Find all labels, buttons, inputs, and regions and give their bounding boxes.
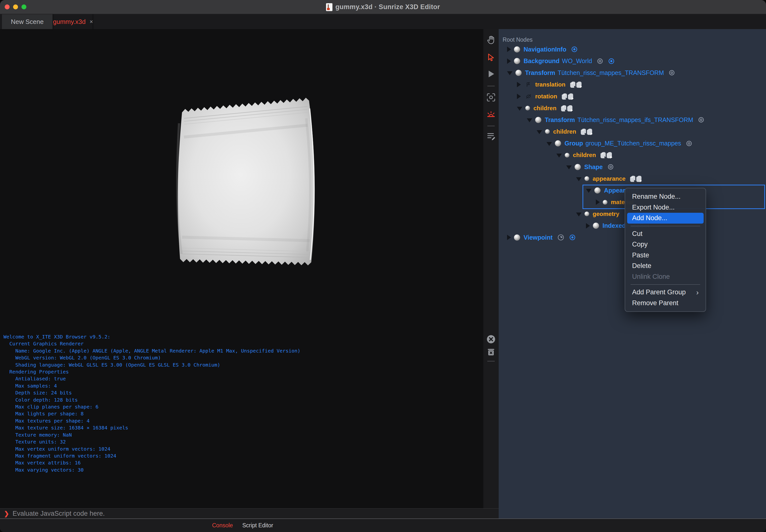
tree-row-viewpoint[interactable]: Viewpoint	[507, 233, 576, 242]
expand-arrow-icon[interactable]	[507, 47, 511, 52]
menu-separator	[631, 226, 700, 226]
light-tool[interactable]	[486, 109, 497, 120]
tree-row-transform[interactable]: TransformTütchen_rissc_mappes_ifs_TRANSF…	[527, 115, 705, 124]
visibility-eye-icon[interactable]	[607, 163, 614, 170]
wrench-icon[interactable]	[557, 234, 565, 241]
expand-arrow-icon[interactable]	[586, 223, 590, 229]
node-label-type: Background	[524, 57, 560, 64]
menu-item-unlink-clone: Unlink Clone	[627, 271, 704, 282]
collapse-arrow-icon[interactable]	[517, 107, 522, 111]
rendered-package-model	[170, 91, 323, 274]
tab-gummy-x3d[interactable]: gummy.x3d ×	[53, 14, 93, 29]
select-arrow-tool[interactable]	[486, 52, 497, 63]
route-connectors-icon[interactable]	[630, 175, 644, 182]
tab-new-scene[interactable]: New Scene	[2, 14, 53, 29]
menu-item-rename-node[interactable]: Rename Node...	[627, 191, 704, 202]
node-sphere-icon	[535, 117, 541, 123]
visibility-eye-icon[interactable]	[698, 116, 705, 123]
tree-row-appearance[interactable]: appearance	[576, 174, 644, 183]
node-sphere-icon	[575, 164, 581, 170]
collapse-arrow-icon[interactable]	[576, 213, 582, 216]
visibility-eye-icon[interactable]	[668, 69, 675, 76]
console-line: Welcome to X_ITE X3D Browser v9.5.2:	[3, 333, 300, 340]
tree-row-rotation[interactable]: rotation	[517, 92, 575, 101]
collapse-arrow-icon[interactable]	[537, 130, 542, 134]
console-input-row[interactable]: ❯ Evaluate JavaScript code here.	[0, 508, 499, 518]
tree-row-geometry[interactable]: geometry	[576, 210, 619, 218]
node-label-def: Tütchen_rissc_mappes_ifs_TRANSFORM	[577, 116, 693, 123]
clear-console-icon[interactable]	[486, 334, 497, 345]
console-line: Max lights per shape: 8	[3, 410, 300, 417]
collapse-arrow-icon[interactable]	[576, 177, 582, 181]
tree-row-shape[interactable]: Shape	[566, 162, 614, 171]
console-output: Welcome to X_ITE X3D Browser v9.5.2: Cur…	[3, 333, 300, 473]
node-label-field: children	[553, 128, 576, 135]
node-label-field: rotation	[535, 93, 557, 100]
document-icon	[326, 3, 332, 11]
tree-row-children[interactable]: children	[556, 151, 614, 160]
node-sphere-icon	[516, 70, 522, 76]
route-connectors-icon[interactable]	[570, 81, 584, 88]
tree-row-background[interactable]: BackgroundWO_World	[507, 57, 615, 66]
menu-item-remove-parent[interactable]: Remove Parent	[627, 298, 704, 309]
node-label: children	[573, 152, 596, 159]
node-label-type: NavigationInfo	[524, 46, 567, 53]
tree-row-transform[interactable]: TransformTütchen_rissc_mappes_TRANSFORM	[507, 68, 675, 77]
visibility-eye-icon[interactable]	[597, 58, 604, 65]
node-label-type: Shape	[584, 163, 603, 170]
collapse-arrow-icon[interactable]	[547, 142, 552, 146]
toolbar-separator	[487, 126, 495, 126]
menu-item-delete[interactable]: Delete	[627, 261, 704, 271]
menu-item-export-node[interactable]: Export Node...	[627, 202, 704, 213]
field-sphere-icon	[545, 129, 550, 134]
bottom-tab-script-editor[interactable]: Script Editor	[242, 522, 273, 529]
menu-item-cut[interactable]: Cut	[627, 229, 704, 239]
node-label: TransformTütchen_rissc_mappes_ifs_TRANSF…	[545, 116, 693, 124]
console-line: Max varying vectors: 30	[3, 466, 300, 473]
context-menu: Rename Node...Export Node...Add Node...C…	[625, 188, 706, 312]
console-line: Depth size: 24 bits	[3, 389, 300, 396]
menu-item-add-parent-group[interactable]: Add Parent Group›	[627, 287, 704, 298]
node-label: TransformTütchen_rissc_mappes_TRANSFORM	[525, 69, 664, 76]
collapse-arrow-icon[interactable]	[566, 165, 572, 169]
pan-hand-tool[interactable]	[486, 35, 497, 45]
bound-node-icon[interactable]	[569, 234, 576, 241]
route-connectors-icon[interactable]	[581, 128, 594, 135]
collapse-arrow-icon[interactable]	[507, 71, 513, 75]
menu-item-add-node[interactable]: Add Node...	[627, 213, 704, 224]
bound-node-icon[interactable]	[608, 58, 615, 65]
expand-arrow-icon[interactable]	[517, 94, 521, 99]
bound-node-icon[interactable]	[571, 46, 578, 53]
expand-arrow-icon[interactable]	[517, 82, 521, 87]
collapse-arrow-icon[interactable]	[556, 154, 562, 158]
trash-icon[interactable]	[486, 347, 497, 357]
tab-bar: New Scene gummy.x3d ×	[0, 14, 766, 29]
tree-row-children[interactable]: children	[517, 104, 575, 113]
viewpoint-capture-tool[interactable]	[486, 92, 497, 103]
tab-close-icon[interactable]: ×	[89, 18, 93, 25]
route-connectors-icon[interactable]	[600, 151, 614, 159]
expand-arrow-icon[interactable]	[507, 235, 511, 240]
app-window: gummy.x3d · Sunrize X3D Editor New Scene…	[0, 0, 766, 532]
expand-arrow-icon[interactable]	[507, 58, 511, 64]
tree-row-children[interactable]: children	[537, 127, 594, 136]
console-line: Texture memory: NaN	[3, 431, 300, 438]
collapse-arrow-icon[interactable]	[527, 118, 532, 122]
field-sphere-icon	[585, 212, 589, 216]
route-connectors-icon[interactable]	[562, 93, 575, 100]
bottom-tab-console[interactable]: Console	[212, 522, 233, 529]
node-label-type: Viewpoint	[524, 234, 553, 241]
tree-row-translation[interactable]: translation	[517, 80, 584, 89]
console-line: Max texture size: 16384 × 16384 pixels	[3, 424, 300, 431]
visibility-eye-icon[interactable]	[686, 140, 693, 147]
node-label: Groupgroup_ME_Tütchen_rissc_mappes	[565, 140, 681, 147]
menu-item-paste[interactable]: Paste	[627, 250, 704, 261]
script-editor-tool[interactable]	[486, 131, 497, 142]
tree-row-group[interactable]: Groupgroup_ME_Tütchen_rissc_mappes	[547, 139, 693, 148]
menu-item-copy[interactable]: Copy	[627, 239, 704, 250]
route-connectors-icon[interactable]	[561, 105, 575, 112]
tree-row-navigationinfo[interactable]: NavigationInfo	[507, 45, 578, 54]
viewport-3d[interactable]: Welcome to X_ITE X3D Browser v9.5.2: Cur…	[0, 29, 483, 508]
play-tool[interactable]	[486, 69, 497, 79]
translation-flag-icon	[525, 81, 532, 88]
